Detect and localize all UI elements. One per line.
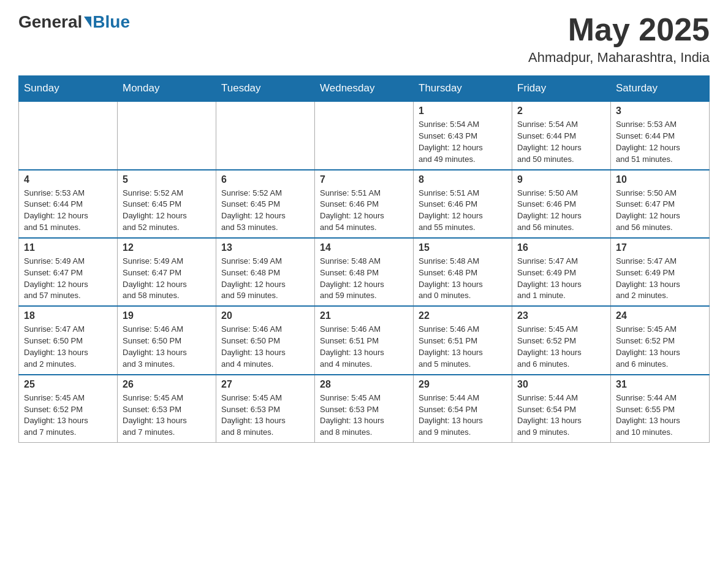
day-info: Sunrise: 5:46 AM Sunset: 6:50 PM Dayligh…	[221, 324, 309, 370]
day-info: Sunrise: 5:51 AM Sunset: 6:46 PM Dayligh…	[320, 188, 408, 234]
header-saturday: Saturday	[611, 76, 710, 102]
day-info: Sunrise: 5:48 AM Sunset: 6:48 PM Dayligh…	[419, 256, 507, 302]
header-thursday: Thursday	[414, 76, 512, 102]
day-number: 4	[24, 174, 112, 185]
day-info: Sunrise: 5:46 AM Sunset: 6:51 PM Dayligh…	[320, 324, 408, 370]
calendar-cell: 23Sunrise: 5:45 AM Sunset: 6:52 PM Dayli…	[512, 306, 611, 374]
calendar-cell: 9Sunrise: 5:50 AM Sunset: 6:46 PM Daylig…	[512, 170, 611, 238]
calendar-cell: 28Sunrise: 5:45 AM Sunset: 6:53 PM Dayli…	[315, 375, 414, 443]
day-info: Sunrise: 5:52 AM Sunset: 6:45 PM Dayligh…	[123, 188, 211, 234]
calendar-cell: 15Sunrise: 5:48 AM Sunset: 6:48 PM Dayli…	[414, 238, 512, 306]
calendar-cell: 14Sunrise: 5:48 AM Sunset: 6:48 PM Dayli…	[315, 238, 414, 306]
header-wednesday: Wednesday	[315, 76, 414, 102]
calendar-cell: 8Sunrise: 5:51 AM Sunset: 6:46 PM Daylig…	[414, 170, 512, 238]
day-info: Sunrise: 5:50 AM Sunset: 6:47 PM Dayligh…	[616, 188, 704, 234]
day-info: Sunrise: 5:48 AM Sunset: 6:48 PM Dayligh…	[320, 256, 408, 302]
calendar-cell: 26Sunrise: 5:45 AM Sunset: 6:53 PM Dayli…	[118, 375, 216, 443]
calendar-cell: 31Sunrise: 5:44 AM Sunset: 6:55 PM Dayli…	[611, 375, 710, 443]
calendar-cell: 2Sunrise: 5:54 AM Sunset: 6:44 PM Daylig…	[512, 101, 611, 169]
day-number: 21	[320, 310, 408, 321]
day-number: 7	[320, 174, 408, 185]
header-friday: Friday	[512, 76, 611, 102]
location-title: Ahmadpur, Maharashtra, India	[528, 50, 710, 66]
day-number: 6	[221, 174, 309, 185]
day-number: 13	[221, 242, 309, 253]
day-info: Sunrise: 5:49 AM Sunset: 6:47 PM Dayligh…	[123, 256, 211, 302]
calendar-cell: 7Sunrise: 5:51 AM Sunset: 6:46 PM Daylig…	[315, 170, 414, 238]
calendar-table: SundayMondayTuesdayWednesdayThursdayFrid…	[18, 75, 710, 443]
day-info: Sunrise: 5:46 AM Sunset: 6:50 PM Dayligh…	[123, 324, 211, 370]
calendar-cell: 24Sunrise: 5:45 AM Sunset: 6:52 PM Dayli…	[611, 306, 710, 374]
day-number: 15	[419, 242, 507, 253]
day-info: Sunrise: 5:45 AM Sunset: 6:53 PM Dayligh…	[123, 393, 211, 439]
day-info: Sunrise: 5:45 AM Sunset: 6:53 PM Dayligh…	[320, 393, 408, 439]
day-number: 17	[616, 242, 704, 253]
day-number: 31	[616, 379, 704, 390]
day-info: Sunrise: 5:52 AM Sunset: 6:45 PM Dayligh…	[221, 188, 309, 234]
day-number: 16	[517, 242, 605, 253]
calendar-cell	[216, 101, 315, 169]
calendar-cell: 10Sunrise: 5:50 AM Sunset: 6:47 PM Dayli…	[611, 170, 710, 238]
day-info: Sunrise: 5:45 AM Sunset: 6:52 PM Dayligh…	[24, 393, 112, 439]
header-tuesday: Tuesday	[216, 76, 315, 102]
day-number: 9	[517, 174, 605, 185]
day-info: Sunrise: 5:47 AM Sunset: 6:49 PM Dayligh…	[616, 256, 704, 302]
day-info: Sunrise: 5:54 AM Sunset: 6:44 PM Dayligh…	[517, 119, 605, 165]
calendar-cell: 3Sunrise: 5:53 AM Sunset: 6:44 PM Daylig…	[611, 101, 710, 169]
day-number: 20	[221, 310, 309, 321]
day-info: Sunrise: 5:44 AM Sunset: 6:54 PM Dayligh…	[419, 393, 507, 439]
day-number: 30	[517, 379, 605, 390]
calendar-cell: 20Sunrise: 5:46 AM Sunset: 6:50 PM Dayli…	[216, 306, 315, 374]
logo-general-text: General	[18, 12, 82, 32]
calendar-cell	[118, 101, 216, 169]
calendar-cell: 30Sunrise: 5:44 AM Sunset: 6:54 PM Dayli…	[512, 375, 611, 443]
day-info: Sunrise: 5:49 AM Sunset: 6:47 PM Dayligh…	[24, 256, 112, 302]
day-number: 22	[419, 310, 507, 321]
day-info: Sunrise: 5:53 AM Sunset: 6:44 PM Dayligh…	[616, 119, 704, 165]
logo-triangle-icon	[84, 17, 91, 28]
logo: General Blue	[18, 12, 130, 32]
page-header: General Blue May 2025 Ahmadpur, Maharash…	[18, 12, 710, 66]
calendar-cell: 18Sunrise: 5:47 AM Sunset: 6:50 PM Dayli…	[19, 306, 118, 374]
day-info: Sunrise: 5:47 AM Sunset: 6:49 PM Dayligh…	[517, 256, 605, 302]
day-number: 14	[320, 242, 408, 253]
day-info: Sunrise: 5:45 AM Sunset: 6:52 PM Dayligh…	[517, 324, 605, 370]
day-number: 28	[320, 379, 408, 390]
day-info: Sunrise: 5:44 AM Sunset: 6:55 PM Dayligh…	[616, 393, 704, 439]
calendar-week-4: 18Sunrise: 5:47 AM Sunset: 6:50 PM Dayli…	[19, 306, 710, 374]
calendar-week-1: 1Sunrise: 5:54 AM Sunset: 6:43 PM Daylig…	[19, 101, 710, 169]
calendar-cell: 22Sunrise: 5:46 AM Sunset: 6:51 PM Dayli…	[414, 306, 512, 374]
calendar-header-row: SundayMondayTuesdayWednesdayThursdayFrid…	[19, 76, 710, 102]
header-sunday: Sunday	[19, 76, 118, 102]
calendar-cell: 12Sunrise: 5:49 AM Sunset: 6:47 PM Dayli…	[118, 238, 216, 306]
day-number: 29	[419, 379, 507, 390]
calendar-week-3: 11Sunrise: 5:49 AM Sunset: 6:47 PM Dayli…	[19, 238, 710, 306]
day-info: Sunrise: 5:47 AM Sunset: 6:50 PM Dayligh…	[24, 324, 112, 370]
calendar-cell: 4Sunrise: 5:53 AM Sunset: 6:44 PM Daylig…	[19, 170, 118, 238]
day-number: 27	[221, 379, 309, 390]
calendar-cell: 21Sunrise: 5:46 AM Sunset: 6:51 PM Dayli…	[315, 306, 414, 374]
day-number: 26	[123, 379, 211, 390]
day-info: Sunrise: 5:45 AM Sunset: 6:52 PM Dayligh…	[616, 324, 704, 370]
calendar-cell: 5Sunrise: 5:52 AM Sunset: 6:45 PM Daylig…	[118, 170, 216, 238]
day-number: 11	[24, 242, 112, 253]
day-number: 24	[616, 310, 704, 321]
calendar-cell	[19, 101, 118, 169]
day-number: 8	[419, 174, 507, 185]
day-number: 18	[24, 310, 112, 321]
day-info: Sunrise: 5:49 AM Sunset: 6:48 PM Dayligh…	[221, 256, 309, 302]
title-section: May 2025 Ahmadpur, Maharashtra, India	[528, 12, 710, 66]
day-info: Sunrise: 5:54 AM Sunset: 6:43 PM Dayligh…	[419, 119, 507, 165]
calendar-cell: 11Sunrise: 5:49 AM Sunset: 6:47 PM Dayli…	[19, 238, 118, 306]
logo-blue-text: Blue	[93, 12, 130, 32]
day-info: Sunrise: 5:53 AM Sunset: 6:44 PM Dayligh…	[24, 188, 112, 234]
day-number: 2	[517, 105, 605, 117]
calendar-week-2: 4Sunrise: 5:53 AM Sunset: 6:44 PM Daylig…	[19, 170, 710, 238]
day-number: 23	[517, 310, 605, 321]
day-info: Sunrise: 5:45 AM Sunset: 6:53 PM Dayligh…	[221, 393, 309, 439]
calendar-week-5: 25Sunrise: 5:45 AM Sunset: 6:52 PM Dayli…	[19, 375, 710, 443]
calendar-cell: 25Sunrise: 5:45 AM Sunset: 6:52 PM Dayli…	[19, 375, 118, 443]
day-number: 25	[24, 379, 112, 390]
calendar-cell: 6Sunrise: 5:52 AM Sunset: 6:45 PM Daylig…	[216, 170, 315, 238]
day-number: 5	[123, 174, 211, 185]
